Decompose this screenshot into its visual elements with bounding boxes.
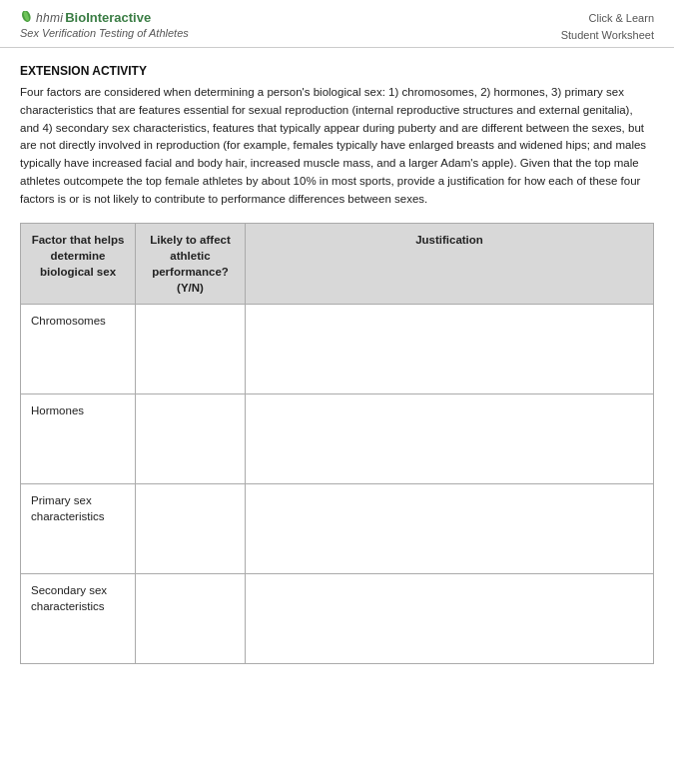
justification-cell-hormones[interactable] (246, 394, 654, 484)
factor-cell-primary: Primary sex characteristics (21, 484, 136, 574)
likely-cell-hormones[interactable] (136, 394, 246, 484)
table-header-row: Factor that helps determine biological s… (21, 223, 654, 304)
factor-cell-hormones: Hormones (21, 394, 136, 484)
table-row: Primary sex characteristics (21, 484, 654, 574)
header: hhmi BioInteractive Sex Verification Tes… (0, 0, 674, 48)
likely-cell-secondary[interactable] (136, 574, 246, 664)
logo-wrapper: hhmi BioInteractive (20, 10, 189, 25)
student-worksheet-label: Student Worksheet (561, 27, 654, 44)
click-learn-label: Click & Learn (561, 10, 654, 27)
section-title: EXTENSION ACTIVITY (20, 64, 654, 78)
logo-bio: BioInteractive (65, 10, 151, 25)
col-header-justification: Justification (246, 223, 654, 304)
main-content: EXTENSION ACTIVITY Four factors are cons… (0, 48, 674, 680)
subtitle: Sex Verification Testing of Athletes (20, 27, 189, 39)
col-header-likely: Likely to affect athletic performance? (… (136, 223, 246, 304)
justification-cell-secondary[interactable] (246, 574, 654, 664)
likely-cell-primary[interactable] (136, 484, 246, 574)
table-row: Secondary sex characteristics (21, 574, 654, 664)
page: hhmi BioInteractive Sex Verification Tes… (0, 0, 674, 784)
table-row: Hormones (21, 394, 654, 484)
col-header-factor: Factor that helps determine biological s… (21, 223, 136, 304)
intro-text: Four factors are considered when determi… (20, 84, 654, 209)
header-right: Click & Learn Student Worksheet (561, 10, 654, 43)
likely-cell-chromosomes[interactable] (136, 305, 246, 394)
factor-cell-chromosomes: Chromosomes (21, 305, 136, 394)
justification-cell-primary[interactable] (246, 484, 654, 574)
justification-cell-chromosomes[interactable] (246, 305, 654, 394)
factor-table: Factor that helps determine biological s… (20, 223, 654, 664)
table-row: Chromosomes (21, 305, 654, 394)
factor-cell-secondary: Secondary sex characteristics (21, 574, 136, 664)
logo-area: hhmi BioInteractive Sex Verification Tes… (20, 10, 189, 39)
leaf-icon (20, 11, 34, 25)
logo-hhmi: hhmi (36, 11, 63, 25)
